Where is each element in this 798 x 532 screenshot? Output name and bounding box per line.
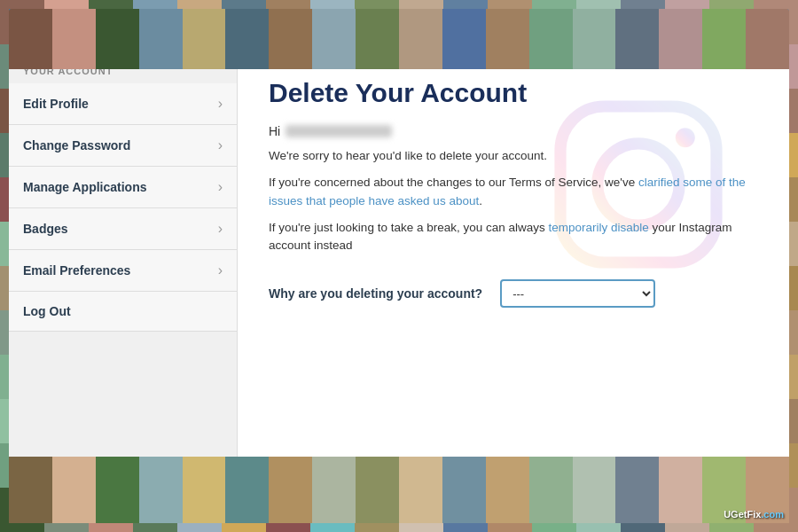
top-strip-cell: [702, 9, 746, 69]
sidebar-item-edit-profile[interactable]: Edit Profile ›: [9, 83, 237, 125]
chevron-icon: ›: [218, 179, 223, 195]
delete-reason-select[interactable]: --- Privacy concerns Too busy/too distra…: [500, 279, 655, 308]
bottom-strip-cell: [356, 457, 399, 523]
top-strip-cell: [183, 9, 226, 69]
sidebar-label-edit-profile: Edit Profile: [23, 97, 89, 111]
top-strip-cell: [746, 9, 789, 69]
top-strip-cell: [486, 9, 529, 69]
greeting-prefix: Hi: [269, 124, 280, 138]
bottom-strip-cell: [9, 457, 52, 523]
top-strip-cell: [442, 9, 486, 69]
sidebar-label-change-password: Change Password: [23, 138, 130, 153]
bottom-strip-cell: [529, 457, 573, 523]
delete-reason-label: Why are you deleting your account?: [269, 286, 482, 301]
bottom-strip-cell: [183, 457, 226, 523]
chevron-icon: ›: [218, 262, 223, 278]
content-body: Delete Your Account Hi We're sorry to he…: [269, 78, 758, 308]
bottom-strip-cell: [96, 457, 139, 523]
content-area: YOUR ACCOUNT Edit Profile › Change Passw…: [9, 51, 789, 523]
sidebar-label-manage-applications: Manage Applications: [23, 180, 147, 194]
sidebar-item-manage-applications[interactable]: Manage Applications ›: [9, 167, 237, 208]
top-strip-cell: [356, 9, 399, 69]
terms-text: If you're concerned about the changes to…: [269, 174, 758, 210]
bottom-strip-cell: [659, 457, 702, 523]
main-content: Delete Your Account Hi We're sorry to he…: [238, 51, 789, 523]
chevron-icon: ›: [218, 137, 223, 153]
sidebar-label-email-preferences: Email Preferences: [23, 263, 130, 278]
disable-text: If you're just looking to take a break, …: [269, 219, 758, 255]
bottom-strip-cell: [225, 457, 269, 523]
bottom-strip: [9, 457, 789, 523]
greeting-row: Hi: [269, 124, 758, 138]
bottom-strip-cell: [399, 457, 442, 523]
bottom-strip-cell: [615, 457, 659, 523]
top-strip-cell: [139, 9, 183, 69]
top-strip-cell: [529, 9, 573, 69]
page-title: Delete Your Account: [269, 78, 758, 108]
sidebar-label-log-out: Log Out: [23, 304, 71, 318]
disable-text-before: If you're just looking to take a break, …: [269, 221, 549, 234]
top-strip-cell: [9, 9, 52, 69]
sidebar: YOUR ACCOUNT Edit Profile › Change Passw…: [9, 51, 238, 523]
top-strip-cell: [312, 9, 356, 69]
ugetfix-watermark: UGetFix.com: [724, 509, 784, 520]
sidebar-item-badges[interactable]: Badges ›: [9, 208, 237, 250]
top-strip-cell: [659, 9, 702, 69]
chevron-icon: ›: [218, 96, 223, 112]
top-strip-cell: [269, 9, 312, 69]
bottom-strip-cell: [312, 457, 356, 523]
top-strip-cell: [225, 9, 269, 69]
top-strip-cell: [96, 9, 139, 69]
terms-text-after: .: [479, 194, 482, 207]
chevron-icon: ›: [218, 221, 223, 237]
bottom-strip-cell: [442, 457, 486, 523]
bottom-strip-cell: [486, 457, 529, 523]
main-window: Instagram YOUR ACCOUNT Edit Profile › Ch…: [9, 9, 789, 523]
sidebar-item-change-password[interactable]: Change Password ›: [9, 125, 237, 167]
bottom-strip-cell: [573, 457, 616, 523]
sidebar-label-badges: Badges: [23, 222, 68, 236]
top-strip-cell: [615, 9, 659, 69]
disable-link[interactable]: temporarily disable: [549, 221, 649, 234]
bottom-strip-cell: [139, 457, 183, 523]
bottom-strip-cell: [269, 457, 312, 523]
delete-reason-row: Why are you deleting your account? --- P…: [269, 279, 758, 308]
bottom-strip-cell: [52, 457, 96, 523]
top-strip: [9, 9, 789, 69]
username-redacted: [286, 125, 392, 137]
top-strip-cell: [399, 9, 442, 69]
sidebar-item-log-out[interactable]: Log Out: [9, 292, 237, 332]
terms-text-before: If you're concerned about the changes to…: [269, 176, 638, 189]
top-strip-cell: [52, 9, 96, 69]
ugetfix-tld: .com: [761, 509, 784, 520]
sidebar-item-email-preferences[interactable]: Email Preferences ›: [9, 250, 237, 292]
sorry-text: We're sorry to hear you'd like to delete…: [269, 147, 758, 165]
top-strip-cell: [573, 9, 616, 69]
